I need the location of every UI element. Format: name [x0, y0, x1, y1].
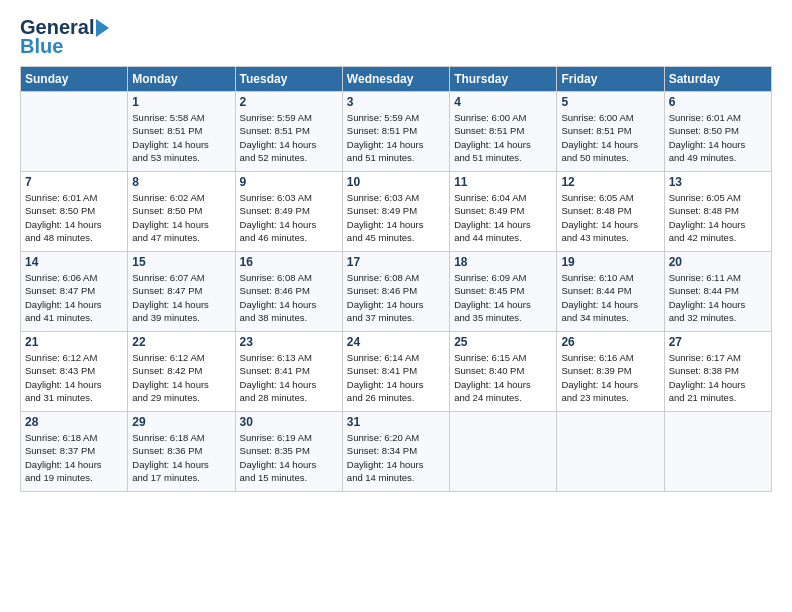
calendar-cell: 10Sunrise: 6:03 AMSunset: 8:49 PMDayligh…	[342, 172, 449, 252]
cell-line: Sunrise: 6:05 AM	[669, 191, 767, 204]
cell-details: Sunrise: 6:00 AMSunset: 8:51 PMDaylight:…	[454, 111, 552, 164]
cell-line: Daylight: 14 hours	[454, 298, 552, 311]
calendar-cell: 16Sunrise: 6:08 AMSunset: 8:46 PMDayligh…	[235, 252, 342, 332]
cell-line: Sunset: 8:46 PM	[240, 284, 338, 297]
cell-line: Daylight: 14 hours	[669, 298, 767, 311]
cell-line: and 41 minutes.	[25, 311, 123, 324]
calendar-cell: 2Sunrise: 5:59 AMSunset: 8:51 PMDaylight…	[235, 92, 342, 172]
calendar-cell: 31Sunrise: 6:20 AMSunset: 8:34 PMDayligh…	[342, 412, 449, 492]
cell-line: and 42 minutes.	[669, 231, 767, 244]
day-number: 9	[240, 175, 338, 189]
cell-details: Sunrise: 6:08 AMSunset: 8:46 PMDaylight:…	[347, 271, 445, 324]
page: General Blue SundayMondayTuesdayWednesda…	[0, 0, 792, 612]
cell-details: Sunrise: 6:12 AMSunset: 8:43 PMDaylight:…	[25, 351, 123, 404]
cell-line: Daylight: 14 hours	[669, 138, 767, 151]
cell-details: Sunrise: 6:17 AMSunset: 8:38 PMDaylight:…	[669, 351, 767, 404]
cell-line: Daylight: 14 hours	[347, 218, 445, 231]
cell-details: Sunrise: 6:01 AMSunset: 8:50 PMDaylight:…	[25, 191, 123, 244]
cell-line: Sunrise: 6:01 AM	[25, 191, 123, 204]
cell-line: Sunrise: 6:15 AM	[454, 351, 552, 364]
cell-line: Daylight: 14 hours	[347, 378, 445, 391]
cell-line: Sunrise: 6:18 AM	[25, 431, 123, 444]
week-row-3: 14Sunrise: 6:06 AMSunset: 8:47 PMDayligh…	[21, 252, 772, 332]
calendar-cell: 30Sunrise: 6:19 AMSunset: 8:35 PMDayligh…	[235, 412, 342, 492]
cell-line: Daylight: 14 hours	[347, 298, 445, 311]
calendar-cell: 29Sunrise: 6:18 AMSunset: 8:36 PMDayligh…	[128, 412, 235, 492]
cell-line: Sunrise: 6:09 AM	[454, 271, 552, 284]
cell-line: Sunset: 8:39 PM	[561, 364, 659, 377]
cell-line: Sunrise: 6:14 AM	[347, 351, 445, 364]
col-header-wednesday: Wednesday	[342, 67, 449, 92]
cell-line: Daylight: 14 hours	[454, 138, 552, 151]
cell-line: Sunset: 8:47 PM	[25, 284, 123, 297]
cell-line: and 37 minutes.	[347, 311, 445, 324]
cell-line: Sunset: 8:41 PM	[347, 364, 445, 377]
week-row-5: 28Sunrise: 6:18 AMSunset: 8:37 PMDayligh…	[21, 412, 772, 492]
cell-line: Sunset: 8:42 PM	[132, 364, 230, 377]
cell-line: Daylight: 14 hours	[669, 378, 767, 391]
cell-line: Daylight: 14 hours	[240, 378, 338, 391]
cell-line: Sunset: 8:44 PM	[561, 284, 659, 297]
cell-line: Sunrise: 6:19 AM	[240, 431, 338, 444]
cell-line: Sunset: 8:44 PM	[669, 284, 767, 297]
calendar-cell: 4Sunrise: 6:00 AMSunset: 8:51 PMDaylight…	[450, 92, 557, 172]
cell-line: Sunrise: 6:12 AM	[132, 351, 230, 364]
cell-line: and 26 minutes.	[347, 391, 445, 404]
cell-line: Daylight: 14 hours	[669, 218, 767, 231]
cell-line: and 29 minutes.	[132, 391, 230, 404]
day-number: 29	[132, 415, 230, 429]
calendar-cell: 28Sunrise: 6:18 AMSunset: 8:37 PMDayligh…	[21, 412, 128, 492]
day-number: 14	[25, 255, 123, 269]
logo: General Blue	[20, 16, 109, 58]
week-row-4: 21Sunrise: 6:12 AMSunset: 8:43 PMDayligh…	[21, 332, 772, 412]
cell-line: Daylight: 14 hours	[561, 378, 659, 391]
calendar-cell: 5Sunrise: 6:00 AMSunset: 8:51 PMDaylight…	[557, 92, 664, 172]
day-number: 26	[561, 335, 659, 349]
calendar-cell: 13Sunrise: 6:05 AMSunset: 8:48 PMDayligh…	[664, 172, 771, 252]
day-number: 3	[347, 95, 445, 109]
week-row-1: 1Sunrise: 5:58 AMSunset: 8:51 PMDaylight…	[21, 92, 772, 172]
cell-line: Daylight: 14 hours	[347, 138, 445, 151]
cell-line: Sunset: 8:49 PM	[454, 204, 552, 217]
cell-line: Sunrise: 6:20 AM	[347, 431, 445, 444]
header: General Blue	[20, 16, 772, 58]
cell-line: and 19 minutes.	[25, 471, 123, 484]
calendar-cell: 19Sunrise: 6:10 AMSunset: 8:44 PMDayligh…	[557, 252, 664, 332]
calendar-cell: 24Sunrise: 6:14 AMSunset: 8:41 PMDayligh…	[342, 332, 449, 412]
calendar-cell: 21Sunrise: 6:12 AMSunset: 8:43 PMDayligh…	[21, 332, 128, 412]
logo-blue: Blue	[20, 35, 63, 58]
cell-line: Sunrise: 6:00 AM	[454, 111, 552, 124]
day-number: 20	[669, 255, 767, 269]
column-header-row: SundayMondayTuesdayWednesdayThursdayFrid…	[21, 67, 772, 92]
calendar-cell: 9Sunrise: 6:03 AMSunset: 8:49 PMDaylight…	[235, 172, 342, 252]
cell-details: Sunrise: 6:09 AMSunset: 8:45 PMDaylight:…	[454, 271, 552, 324]
calendar-cell: 1Sunrise: 5:58 AMSunset: 8:51 PMDaylight…	[128, 92, 235, 172]
cell-details: Sunrise: 6:01 AMSunset: 8:50 PMDaylight:…	[669, 111, 767, 164]
calendar-cell: 14Sunrise: 6:06 AMSunset: 8:47 PMDayligh…	[21, 252, 128, 332]
day-number: 12	[561, 175, 659, 189]
cell-line: Sunrise: 6:18 AM	[132, 431, 230, 444]
cell-details: Sunrise: 6:18 AMSunset: 8:37 PMDaylight:…	[25, 431, 123, 484]
day-number: 16	[240, 255, 338, 269]
calendar-cell	[21, 92, 128, 172]
cell-details: Sunrise: 6:14 AMSunset: 8:41 PMDaylight:…	[347, 351, 445, 404]
cell-details: Sunrise: 6:05 AMSunset: 8:48 PMDaylight:…	[669, 191, 767, 244]
cell-line: and 14 minutes.	[347, 471, 445, 484]
cell-line: Daylight: 14 hours	[132, 218, 230, 231]
cell-line: and 43 minutes.	[561, 231, 659, 244]
cell-line: Sunset: 8:40 PM	[454, 364, 552, 377]
cell-line: Sunset: 8:51 PM	[132, 124, 230, 137]
cell-line: Sunset: 8:45 PM	[454, 284, 552, 297]
cell-details: Sunrise: 6:00 AMSunset: 8:51 PMDaylight:…	[561, 111, 659, 164]
cell-line: Sunrise: 6:03 AM	[240, 191, 338, 204]
cell-line: Sunset: 8:35 PM	[240, 444, 338, 457]
calendar-cell: 8Sunrise: 6:02 AMSunset: 8:50 PMDaylight…	[128, 172, 235, 252]
cell-line: and 38 minutes.	[240, 311, 338, 324]
calendar-cell: 15Sunrise: 6:07 AMSunset: 8:47 PMDayligh…	[128, 252, 235, 332]
day-number: 1	[132, 95, 230, 109]
cell-line: and 52 minutes.	[240, 151, 338, 164]
cell-line: Daylight: 14 hours	[25, 218, 123, 231]
col-header-saturday: Saturday	[664, 67, 771, 92]
cell-line: Sunrise: 5:58 AM	[132, 111, 230, 124]
calendar-cell	[557, 412, 664, 492]
